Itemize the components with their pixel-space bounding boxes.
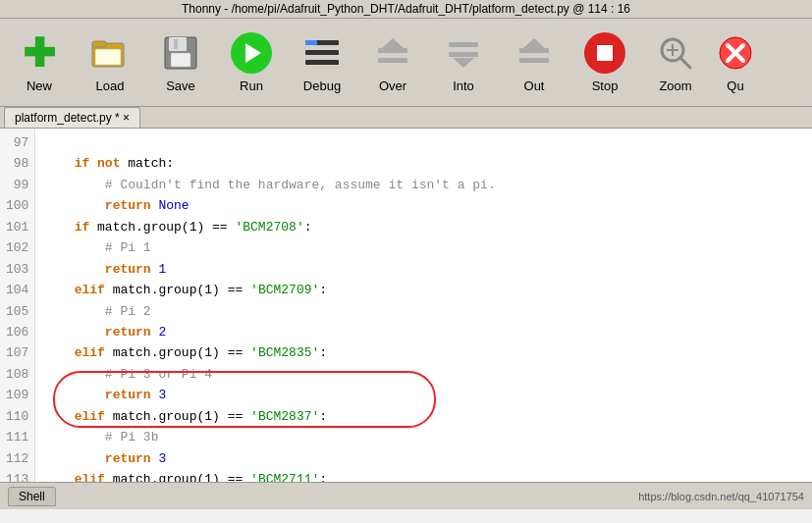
quit-label: Qu [727, 78, 743, 93]
svg-rect-19 [519, 58, 549, 63]
save-button[interactable]: Save [145, 23, 216, 103]
code-lines: 97 98 99 100 101 102 103 104 105 106 107… [0, 129, 812, 482]
status-bar: Shell https://blog.csdn.net/qq_41071754 [0, 482, 812, 509]
line-numbers: 97 98 99 100 101 102 103 104 105 106 107… [0, 129, 35, 482]
new-button[interactable]: ✚ New [4, 23, 75, 103]
quit-button[interactable]: Qu [711, 23, 760, 103]
debug-button[interactable]: Debug [287, 23, 357, 103]
into-label: Into [453, 78, 474, 93]
shell-tab[interactable]: Shell [8, 487, 56, 506]
over-label: Over [379, 78, 406, 93]
new-icon: ✚ [18, 31, 61, 75]
tab-label: platform_detect.py * × [15, 111, 130, 125]
save-icon [159, 31, 202, 75]
svg-rect-17 [519, 48, 549, 53]
shell-label: Shell [19, 490, 45, 503]
debug-icon [300, 31, 344, 75]
out-label: Out [524, 78, 545, 93]
title-text: Thonny - /home/pi/Adafruit_Python_DHT/Ad… [182, 2, 630, 16]
svg-rect-5 [171, 53, 190, 67]
zoom-icon [654, 31, 697, 75]
svg-rect-15 [449, 52, 478, 57]
svg-rect-10 [305, 40, 317, 45]
toolbar: ✚ New Load Save Run [0, 19, 812, 107]
svg-rect-11 [378, 48, 407, 53]
code-area: 97 98 99 100 101 102 103 104 105 106 107… [0, 129, 812, 482]
svg-line-21 [680, 58, 690, 68]
svg-rect-8 [305, 50, 339, 55]
load-icon [88, 31, 132, 75]
save-label: Save [166, 78, 195, 93]
over-icon [371, 31, 414, 75]
svg-rect-6 [174, 39, 178, 49]
svg-rect-9 [305, 60, 339, 65]
new-label: New [27, 78, 52, 93]
svg-rect-1 [92, 41, 106, 47]
out-icon [513, 31, 556, 75]
title-bar: Thonny - /home/pi/Adafruit_Python_DHT/Ad… [0, 0, 812, 19]
status-url: https://blog.csdn.net/qq_41071754 [638, 491, 804, 502]
svg-rect-2 [95, 49, 121, 65]
debug-label: Debug [303, 78, 341, 93]
svg-rect-14 [449, 42, 478, 47]
into-button[interactable]: Into [428, 23, 499, 103]
code-content[interactable]: if not match: # Couldn't find the hardwa… [35, 129, 812, 482]
load-label: Load [96, 78, 125, 93]
quit-icon [714, 31, 757, 75]
over-button[interactable]: Over [357, 23, 428, 103]
run-button[interactable]: Run [216, 23, 287, 103]
run-icon [230, 31, 273, 75]
tab-bar: platform_detect.py * × [0, 107, 812, 129]
svg-marker-18 [523, 38, 545, 48]
into-icon [442, 31, 485, 75]
file-tab[interactable]: platform_detect.py * × [4, 107, 140, 128]
run-label: Run [240, 78, 263, 93]
svg-rect-13 [378, 58, 407, 63]
stop-button[interactable]: Stop [569, 23, 640, 103]
stop-icon [583, 31, 626, 75]
zoom-label: Zoom [659, 78, 691, 93]
stop-label: Stop [592, 78, 619, 93]
out-button[interactable]: Out [499, 23, 569, 103]
svg-marker-16 [453, 58, 474, 68]
zoom-button[interactable]: Zoom [640, 23, 711, 103]
svg-marker-12 [382, 38, 404, 48]
load-button[interactable]: Load [75, 23, 145, 103]
